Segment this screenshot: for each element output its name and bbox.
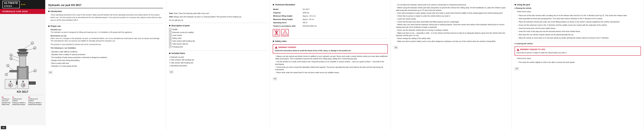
description-bullet: [169, 25, 170, 26]
logo-bar: ULTIMATE SPEED ★★★: [0, 0, 45, 9]
left-panel: ULTIMATE SPEED ★★★ HYDRAULIC CAR JACK: [0, 0, 45, 130]
model-label: KH 3017: [17, 90, 28, 94]
forbidden-list: Operation under difficult conditions Ope…: [50, 50, 163, 68]
part-4: 4Safety valve: [169, 37, 267, 40]
included-section: Included items 1 Hydraulic car jack 2 Tu…: [169, 52, 267, 67]
proper-use-section: Proper use Intended use: The hydraulic c…: [48, 25, 163, 68]
svg-text:↺: ↺: [10, 86, 11, 87]
panel-main-instructions: Hydraulic car jack KH 3017 Introduction …: [45, 0, 166, 130]
description-header: Description of parts: [169, 24, 267, 27]
panel-technical: Technical information Model: KH 3017 Cap…: [270, 0, 391, 130]
raise-step-5: Insert the pump lever into the lever hol…: [517, 27, 641, 30]
included-2: 2 Tube sections with locating slot: [169, 58, 267, 61]
included-4: 1 Operating instructions: [169, 64, 267, 67]
raise-step-2: Now assemble the three-port pumping leve…: [517, 17, 641, 20]
flag-sk: SK HYDRAULICKÝ ZVEDÁK Pokyny pre obsluhu…: [28, 96, 44, 105]
intro-bullet: [48, 11, 50, 12]
svg-text:7: 7: [6, 74, 7, 76]
svg-text:3: 3: [7, 65, 8, 67]
flag-en: EN HYDRAULIC CAR JACK Operation and Safe…: [2, 96, 11, 105]
using-jack-header: Using the jack: [514, 3, 641, 6]
svg-text:!: !: [518, 49, 518, 51]
included-3: 1 Tube section with locating slot: [169, 61, 267, 64]
lowering-steps: First raise the vehicle slightly in orde…: [517, 61, 641, 64]
safety-item-13: Make sure that no-one – especially a chi…: [394, 32, 508, 37]
raise-step-8: Allow the vehicle to come down on to the…: [517, 36, 641, 40]
safety-item-4: Never work under the raised load if it h…: [273, 71, 388, 74]
forbidden-item-5: Direct contact with food: [50, 62, 163, 65]
lowering-subheader: Lowering the vehicle: [514, 42, 641, 45]
tech-row-force: Operating force: 400 N: [273, 21, 387, 24]
svg-text:5: 5: [10, 58, 11, 59]
raise-step-4: Screw out the extension screw in the ↺ d…: [517, 24, 641, 27]
brand-logo: ULTIMATE SPEED: [2, 1, 20, 8]
safety-item-7: Even with precautions in place always re…: [394, 12, 508, 15]
forbidden-item-2: Operation that is subject to special pro…: [50, 53, 163, 56]
svg-rect-2: [19, 68, 27, 81]
panel-description: Note: Note: Close the lowering valve aft…: [166, 0, 270, 130]
svg-line-27: [6, 71, 10, 74]
included-list: 1 Hydraulic car jack 2 Tube sections wit…: [169, 56, 267, 67]
raise-step-3: Place the hydraulic vehicle jack under o…: [517, 20, 641, 24]
technical-header: Technical information: [273, 3, 388, 6]
safety-item-14: Never change the setting of the safety v…: [394, 37, 508, 40]
forbidden-item-4: Dangers that arise during dismantling: [50, 59, 163, 62]
safety-item-12: Never use the hydraulic vehicle jack for…: [394, 29, 508, 32]
svg-text:!: !: [284, 32, 286, 35]
safety-bullet: [273, 41, 274, 42]
tech-row-standard: Tested in accordance with: EN1494:2000+A…: [273, 25, 387, 28]
safety-item-9: Lower the vehicle slowly.: [394, 18, 508, 20]
panel-safety-cont: Do not allow the hydraulic vehicle jack …: [391, 0, 512, 130]
svg-text:1: 1: [32, 42, 33, 44]
note-3: Do not spill any oil.: [169, 19, 267, 22]
part-2: 2Extension screw (for saddle): [169, 31, 267, 34]
lowering-warning-box: ! WARNING! DANGER TO LIFE! Check that no…: [514, 46, 641, 55]
flag-labels: EN HYDRAULIC CAR JACK Operation and Safe…: [2, 96, 44, 105]
svg-line-21: [11, 59, 20, 61]
forbidden-item-3: The handling of loads whose properties c…: [50, 56, 163, 59]
svg-line-9: [23, 43, 32, 49]
raising-subheader: Raising the vehicle: [514, 7, 641, 10]
diagram-b: B ↻: [18, 79, 29, 89]
note-2: Note: Always store the hydraulic car jac…: [169, 16, 267, 18]
safety-item-11: Before each use check that the hydraulic…: [394, 23, 508, 29]
raising-section: Raising the vehicle Follow these steps: …: [514, 7, 641, 40]
product-title: HYDRAULIC CAR JACK: [0, 9, 45, 14]
forbidden-item-6: Operation on ocean-going vessels: [50, 65, 163, 68]
lowering-warning-title: ! WARNING! DANGER TO LIFE!: [516, 48, 639, 51]
svg-text:!: !: [276, 47, 276, 48]
follow-steps-lowering: Follow these steps:: [517, 57, 641, 60]
safety-item-3: Ensure that you never exceed the allowab…: [273, 66, 388, 71]
technical-section: Technical information Model: KH 3017 Cap…: [273, 3, 388, 36]
intro-header: Introduction: [48, 10, 163, 13]
logo-stars: ★★★: [21, 4, 26, 6]
safety-cont-section: Do not allow the hydraulic vehicle jack …: [394, 4, 508, 43]
raise-step-1: Place one of the tube sections with a lo…: [517, 14, 641, 17]
svg-point-34: [276, 30, 277, 32]
svg-line-15: [8, 66, 14, 70]
notes-section: Note: Note: Close the lowering valve aft…: [169, 12, 267, 21]
forbidden-header: The following is / are forbidden:: [50, 47, 163, 49]
gb-badge-2: GB: [169, 71, 174, 74]
svg-line-24: [11, 55, 20, 58]
part-3: 3Lever socket: [169, 34, 267, 37]
svg-line-37: [276, 34, 276, 35]
tech-row-maxlift: Maximum lifting height: Approx. 38 cm: [273, 18, 387, 21]
page-number: 4B: [1, 126, 6, 129]
description-section: Description of parts 1Saddle 2Extension …: [169, 24, 267, 48]
lower-step-1: First raise the vehicle slightly in orde…: [517, 61, 641, 64]
gb-badge-4: GB: [394, 46, 398, 49]
part-5: 5Tube section with locating slot: [169, 40, 267, 43]
technical-bullet: [273, 4, 274, 5]
flag-cz: CZ HYDRAULICKÝ ZVEDÁK Pokyny pro obsluhu…: [12, 96, 27, 105]
proper-use-header: Proper use: [48, 25, 163, 28]
raising-steps: Place one of the tube sections with a lo…: [517, 14, 641, 40]
safety-icon-warning: !: [281, 29, 289, 36]
tech-row-minlift: Minimum lifting height: Approx. 19.5 cm: [273, 15, 387, 18]
safety-warning-box: ! WARNING! DANGER! Follow the instructio…: [273, 44, 388, 53]
gb-badge-3: GB: [273, 77, 277, 81]
included-1: 1 Hydraulic car jack: [169, 56, 267, 59]
svg-text:4: 4: [35, 70, 36, 72]
safety-header: Safety notes: [273, 40, 388, 43]
lowering-warning-body: Check that no person or object is under …: [516, 51, 639, 54]
